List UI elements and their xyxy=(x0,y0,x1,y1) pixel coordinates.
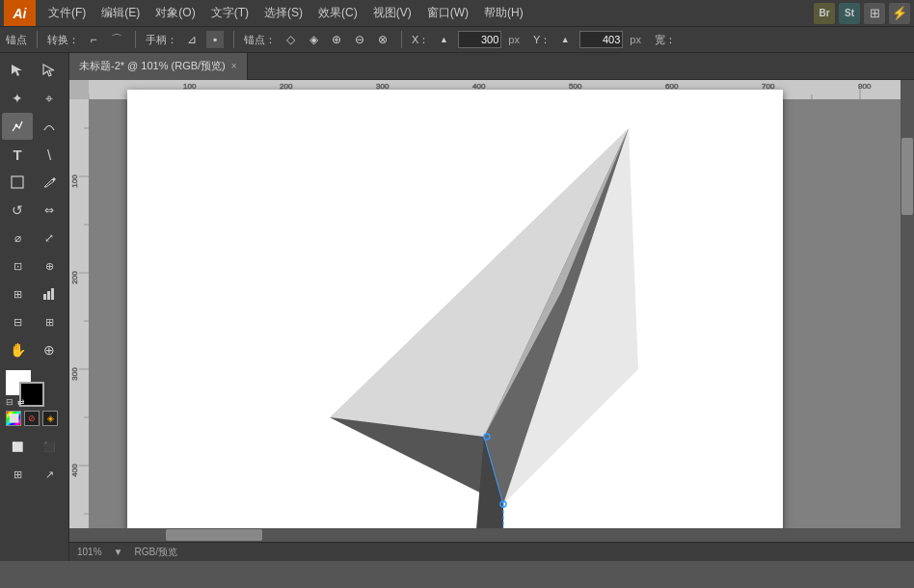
hand-tool[interactable]: ✋ xyxy=(2,336,33,363)
scroll-right[interactable] xyxy=(901,80,914,542)
white-canvas xyxy=(127,90,783,561)
anchor-bar: 锚点 转换： ⌐ ⌒ 手柄： ⊿ ▪ 锚点： ◇ ◈ ⊕ ⊖ ⊗ X： ▲ px… xyxy=(0,26,914,53)
y-input[interactable] xyxy=(579,31,623,48)
menu-object[interactable]: 对象(O) xyxy=(148,0,202,26)
artboard-tool[interactable]: ⊟ xyxy=(2,308,33,335)
svg-text:800: 800 xyxy=(858,82,872,91)
status-zoom: 101% xyxy=(77,547,102,557)
reset-colors-icon[interactable]: ⊟ xyxy=(6,397,13,407)
menu-bar: Ai 文件(F) 编辑(E) 对象(O) 文字(T) 选择(S) 效果(C) 视… xyxy=(0,0,914,26)
rotate-tool[interactable]: ↺ xyxy=(2,197,33,224)
anchor-pt-icon-5[interactable]: ⊗ xyxy=(374,31,391,48)
draw-mode-back[interactable]: ⬛ xyxy=(34,433,65,460)
perspective-tool[interactable]: ⊞ xyxy=(2,281,33,307)
bar-sep-4 xyxy=(401,31,402,48)
zoom-tool[interactable]: ⊕ xyxy=(34,336,65,363)
svg-rect-3 xyxy=(47,291,50,300)
document-tab-bar: 未标题-2* @ 101% (RGB/预览) × xyxy=(69,53,914,80)
pencil-tool[interactable] xyxy=(34,169,65,196)
anchor-pt-icon-2[interactable]: ◈ xyxy=(305,31,322,48)
screen-mode-btn[interactable]: ⊞ xyxy=(2,461,33,488)
menu-select[interactable]: 选择(S) xyxy=(257,0,309,26)
reflect-tool[interactable]: ⇔ xyxy=(34,197,65,224)
left-toolbar: ✦ ⌖ T \ xyxy=(0,53,69,561)
document-tab[interactable]: 未标题-2* @ 101% (RGB/预览) × xyxy=(69,53,248,80)
handle-icon-2[interactable]: ▪ xyxy=(206,31,224,48)
selection-tool[interactable] xyxy=(2,57,33,84)
tool-row-9: ⊞ xyxy=(2,281,67,307)
tool-row-3 xyxy=(2,113,67,140)
draw-mode-normal[interactable]: ⬜ xyxy=(2,433,33,460)
y-up-icon[interactable]: ▲ xyxy=(556,31,574,48)
transform-corner-icon[interactable]: ⌐ xyxy=(85,31,102,48)
y-label: Y： xyxy=(533,33,551,47)
tool-row-5 xyxy=(2,169,67,196)
stock-icon[interactable]: St xyxy=(839,3,860,24)
svg-text:100: 100 xyxy=(70,174,79,188)
transform-smooth-icon[interactable]: ⌒ xyxy=(108,31,125,48)
svg-rect-4 xyxy=(51,288,54,300)
column-graph-tool[interactable] xyxy=(34,281,65,307)
doc-tab-close[interactable]: × xyxy=(231,61,237,71)
slice-tool[interactable]: ⊞ xyxy=(34,308,65,335)
tool-row-7: ⌀ ⤢ xyxy=(2,225,67,252)
main-body: ✦ ⌖ T \ xyxy=(0,53,914,561)
x-up-icon[interactable]: ▲ xyxy=(435,31,452,48)
canvas-area: 未标题-2* @ 101% (RGB/预览) × 100 200 xyxy=(69,53,914,561)
anchor-pt-icon-4[interactable]: ⊖ xyxy=(351,31,368,48)
svg-rect-2 xyxy=(43,294,46,300)
curvature-tool[interactable] xyxy=(34,113,65,140)
tool-row-2: ✦ ⌖ xyxy=(2,85,67,112)
menu-view[interactable]: 视图(V) xyxy=(366,0,418,26)
color-icon[interactable]: ⬜ xyxy=(6,411,21,426)
anchor-pt-icon-1[interactable]: ◇ xyxy=(282,31,299,48)
shape-builder-tool[interactable]: ⊕ xyxy=(34,253,65,280)
menu-help[interactable]: 帮助(H) xyxy=(477,0,530,26)
magic-wand-tool[interactable]: ✦ xyxy=(2,85,33,112)
grid-icon[interactable]: ⊞ xyxy=(864,3,885,24)
color-swatches: ⊟ ⇄ xyxy=(6,370,48,409)
swap-colors-icon[interactable]: ⇄ xyxy=(17,397,25,407)
status-info: RGB/预览 xyxy=(134,546,176,559)
x-unit: px xyxy=(508,34,520,45)
mesh-icon[interactable]: ◈ xyxy=(42,411,58,426)
free-transform-tool[interactable]: ⊡ xyxy=(2,253,33,280)
menu-right-icons: Br St ⊞ ⚡ xyxy=(814,3,910,24)
anchor-label: 锚点 xyxy=(6,33,27,47)
bridge-icon[interactable]: Br xyxy=(814,3,835,24)
lasso-tool[interactable]: ⌖ xyxy=(34,85,65,112)
app-logo: Ai xyxy=(4,0,36,26)
rectangle-tool[interactable] xyxy=(2,169,33,196)
tool-row-bottom: ⬜ ⬛ xyxy=(2,433,67,460)
sync-icon[interactable]: ⚡ xyxy=(889,3,910,24)
tool-row-11: ✋ ⊕ xyxy=(2,336,67,363)
pen-tool[interactable] xyxy=(2,113,33,140)
x-input[interactable] xyxy=(458,31,501,48)
handle-label: 手柄： xyxy=(146,33,177,47)
doc-tab-title: 未标题-2* @ 101% (RGB/预览) xyxy=(79,59,226,73)
menu-file[interactable]: 文件(F) xyxy=(41,0,93,26)
warp-tool[interactable]: ⤢ xyxy=(34,225,65,252)
arrange-icon[interactable]: ↗ xyxy=(34,461,65,488)
tool-row-10: ⊟ ⊞ xyxy=(2,308,67,335)
menu-effect[interactable]: 效果(C) xyxy=(311,0,364,26)
menu-edit[interactable]: 编辑(E) xyxy=(94,0,147,26)
menu-text[interactable]: 文字(T) xyxy=(204,0,255,26)
line-tool[interactable]: \ xyxy=(34,141,65,168)
width-tool[interactable]: ⌀ xyxy=(2,225,33,252)
bar-sep-2 xyxy=(135,31,136,48)
paper-airplane xyxy=(204,99,706,561)
status-mode: ▼ xyxy=(114,547,123,557)
bar-sep-3 xyxy=(233,31,234,48)
text-tool[interactable]: T xyxy=(2,141,33,168)
tool-row-change-screen: ⊞ ↗ xyxy=(2,461,67,488)
color-mode-icons: ⬜ ⊘ ◈ xyxy=(6,411,63,426)
menu-window[interactable]: 窗口(W) xyxy=(420,0,475,26)
scroll-bottom[interactable] xyxy=(69,528,901,542)
handle-icon-1[interactable]: ⊿ xyxy=(183,31,201,48)
none-icon[interactable]: ⊘ xyxy=(24,411,40,426)
tool-row-6: ↺ ⇔ xyxy=(2,197,67,224)
anchor-pt-icon-3[interactable]: ⊕ xyxy=(328,31,345,48)
svg-text:300: 300 xyxy=(70,367,79,381)
direct-selection-tool[interactable] xyxy=(34,57,65,84)
